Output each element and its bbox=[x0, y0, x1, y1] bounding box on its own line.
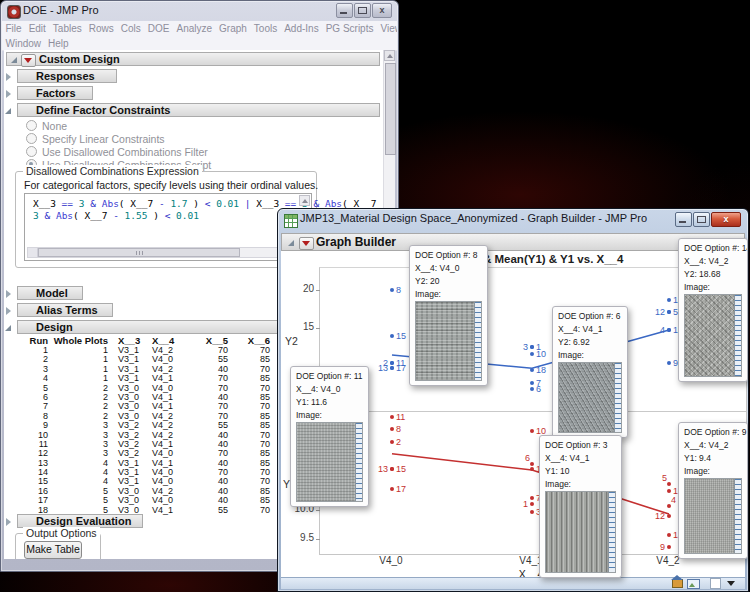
data-point[interactable] bbox=[667, 514, 671, 518]
menu-rows[interactable]: Rows bbox=[85, 23, 117, 34]
scrollbar-thumb[interactable] bbox=[385, 63, 396, 155]
menu-view[interactable]: View bbox=[377, 23, 397, 34]
radio-circle-icon[interactable] bbox=[26, 120, 37, 131]
collapsed-arrow-icon[interactable] bbox=[6, 290, 11, 298]
radio-specify-linear-constraints[interactable]: Specify Linear Constraints bbox=[26, 132, 165, 145]
expression-code-box[interactable]: X__3 == 3 & Abs( X__7 - 1.7 ) < 0.01 | X… bbox=[24, 193, 312, 261]
dropdown-caret-icon[interactable] bbox=[727, 581, 735, 586]
make-table-button[interactable]: Make Table bbox=[24, 541, 82, 559]
doe-titlebar[interactable]: DOE - JMP Pro x bbox=[1, 1, 398, 21]
doe-option-tooltip: DOE Option #: 8X__4: V4_0Y2: 20Image: bbox=[409, 245, 488, 386]
menu-window[interactable]: Window bbox=[2, 38, 45, 49]
y-tick-label[interactable]: 15 bbox=[290, 321, 314, 332]
data-point[interactable] bbox=[390, 366, 394, 370]
menu-help[interactable]: Help bbox=[45, 38, 73, 49]
menu-pg-scripts[interactable]: PG Scripts bbox=[322, 23, 377, 34]
fieldset-legend: Disallowed Combinations Expression bbox=[23, 165, 202, 177]
maximize-button[interactable] bbox=[693, 212, 710, 227]
red-triangle-menu-icon[interactable] bbox=[21, 54, 36, 67]
expand-arrow-icon[interactable] bbox=[5, 325, 11, 331]
outline-define-factor-constraints[interactable]: Define Factor Constraints bbox=[17, 103, 380, 117]
menu-tables[interactable]: Tables bbox=[49, 23, 85, 34]
radio-none[interactable]: None bbox=[26, 119, 67, 132]
data-point-label: 1 bbox=[523, 499, 528, 509]
outline-alias-terms[interactable]: Alias Terms bbox=[17, 303, 113, 317]
tooltip-response: Y1: 11.6 bbox=[296, 396, 363, 409]
outline-custom-design[interactable]: Custom Design bbox=[6, 52, 380, 66]
home-icon[interactable] bbox=[672, 579, 683, 588]
close-button[interactable]: x bbox=[372, 3, 392, 18]
design-table[interactable]: RunWhole PlotsX__3X__4X__5X__6X__711V3_1… bbox=[20, 335, 310, 515]
data-point[interactable] bbox=[667, 545, 671, 549]
data-point[interactable] bbox=[667, 310, 671, 314]
scroll-up-icon[interactable] bbox=[299, 195, 310, 206]
scrollbar-thumb[interactable] bbox=[38, 248, 240, 257]
x-tick-label[interactable]: V4_0 bbox=[371, 555, 411, 566]
tooltip-factor: X__4: V4_2 bbox=[684, 255, 742, 268]
minimize-button[interactable] bbox=[336, 3, 353, 18]
radio-circle-icon[interactable] bbox=[26, 146, 37, 157]
close-button[interactable]: x bbox=[711, 212, 741, 227]
tooltip-response: Y2: 20 bbox=[415, 275, 482, 288]
collapsed-arrow-icon[interactable] bbox=[6, 307, 11, 315]
table-cell: 2 bbox=[50, 402, 110, 411]
tooltip-response: Y1: 9.4 bbox=[684, 452, 742, 465]
data-point[interactable] bbox=[390, 334, 394, 338]
radio-circle-icon[interactable] bbox=[26, 133, 37, 144]
minimize-button[interactable] bbox=[675, 212, 692, 227]
data-point[interactable] bbox=[667, 533, 671, 537]
column-header[interactable]: Whole Plots bbox=[50, 335, 110, 346]
collapsed-arrow-icon[interactable] bbox=[6, 90, 11, 98]
checkbox-icon[interactable] bbox=[710, 578, 721, 589]
scroll-left-icon[interactable] bbox=[28, 248, 38, 257]
menu-cols[interactable]: Cols bbox=[117, 23, 144, 34]
table-cell: 3 bbox=[50, 431, 110, 440]
doe-option-tooltip: DOE Option #: 3X__4: V4_1Y1: 10Image: bbox=[539, 435, 622, 578]
table-cell: 4 bbox=[50, 459, 110, 468]
maximize-button[interactable] bbox=[354, 3, 371, 18]
doe-window-title: DOE - JMP Pro bbox=[23, 4, 99, 16]
menu-graph[interactable]: Graph bbox=[216, 23, 251, 34]
data-point[interactable] bbox=[530, 368, 534, 372]
data-point[interactable] bbox=[530, 429, 534, 433]
y-tick-label[interactable]: 20 bbox=[290, 283, 314, 294]
expand-arrow-icon[interactable] bbox=[288, 240, 294, 246]
scroll-up-icon[interactable] bbox=[384, 50, 395, 61]
menu-doe[interactable]: DOE bbox=[144, 23, 173, 34]
menu-tools[interactable]: Tools bbox=[250, 23, 280, 34]
y2-axis-label[interactable]: Y2 bbox=[285, 335, 298, 347]
outline-design-evaluation[interactable]: Design Evaluation bbox=[17, 514, 143, 528]
menu-add-ins[interactable]: Add-Ins bbox=[281, 23, 322, 34]
data-point[interactable] bbox=[530, 381, 534, 385]
expand-arrow-icon[interactable] bbox=[5, 108, 11, 114]
outline-responses[interactable]: Responses bbox=[17, 69, 117, 83]
data-point[interactable] bbox=[530, 462, 534, 466]
menu-file[interactable]: File bbox=[2, 23, 25, 34]
outline-factors[interactable]: Factors bbox=[17, 86, 93, 100]
tooltip-response: Y1: 10 bbox=[545, 465, 616, 478]
data-point[interactable] bbox=[390, 487, 394, 491]
menu-analyze[interactable]: Analyze bbox=[173, 23, 216, 34]
radio-use-disallowed-combinations-filter[interactable]: Use Disallowed Combinations Filter bbox=[26, 145, 208, 158]
collapsed-arrow-icon[interactable] bbox=[6, 518, 11, 526]
expand-arrow-icon[interactable] bbox=[11, 57, 17, 63]
data-point[interactable] bbox=[667, 298, 671, 302]
data-point[interactable] bbox=[530, 352, 534, 356]
tooltip-image-label: Image: bbox=[545, 478, 616, 491]
data-point[interactable] bbox=[390, 427, 394, 431]
image-icon[interactable] bbox=[687, 579, 700, 589]
data-point[interactable] bbox=[530, 345, 534, 349]
graph-titlebar[interactable]: JMP13_Material Design Space_Anonymized -… bbox=[278, 209, 748, 229]
outline-model[interactable]: Model bbox=[17, 286, 83, 300]
y-tick-label[interactable]: 9.5 bbox=[290, 532, 314, 543]
expression-hint: For categorical factors, specify levels … bbox=[24, 179, 318, 191]
collapsed-arrow-icon[interactable] bbox=[6, 73, 11, 81]
horizontal-scrollbar[interactable] bbox=[27, 247, 309, 258]
data-point[interactable] bbox=[390, 288, 394, 292]
menu-edit[interactable]: Edit bbox=[25, 23, 49, 34]
outline-graph-builder[interactable]: Graph Builder bbox=[281, 233, 745, 251]
red-triangle-menu-icon[interactable] bbox=[299, 237, 314, 250]
data-point[interactable] bbox=[530, 510, 534, 514]
data-point[interactable] bbox=[667, 482, 671, 486]
data-point-label: 17 bbox=[396, 363, 406, 373]
